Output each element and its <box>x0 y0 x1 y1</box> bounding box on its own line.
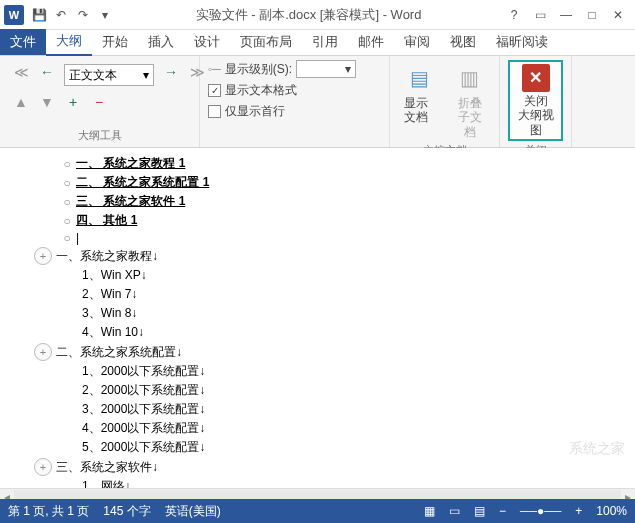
close-icon: ✕ <box>522 64 550 92</box>
demote-icon[interactable]: → <box>162 64 180 86</box>
maximize-icon[interactable]: □ <box>579 4 605 26</box>
body-line[interactable]: 2、Win 7↓ <box>82 286 137 303</box>
dropdown-icon: ▾ <box>345 62 351 76</box>
status-page[interactable]: 第 1 页, 共 1 页 <box>8 503 89 520</box>
toc-entry[interactable]: 三、 系统之家软件 1 <box>76 193 185 210</box>
body-line[interactable]: 4、Win 10↓ <box>82 324 144 341</box>
show-text-formatting-label: 显示文本格式 <box>225 82 297 99</box>
promote-icon[interactable]: ← <box>38 64 56 86</box>
undo-icon[interactable]: ↶ <box>50 4 72 26</box>
bullet-icon: ○ <box>58 214 76 228</box>
tab-insert[interactable]: 插入 <box>138 29 184 55</box>
move-down-icon[interactable]: ▼ <box>38 94 56 110</box>
tab-file[interactable]: 文件 <box>0 29 46 55</box>
close-outline-view-button[interactable]: ✕ 关闭 大纲视图 <box>508 60 563 141</box>
show-first-line-only-label: 仅显示首行 <box>225 103 285 120</box>
qat-customize-icon[interactable]: ▾ <box>94 4 116 26</box>
collapse-icon[interactable]: − <box>90 94 108 110</box>
collapse-subdoc-icon: ▥ <box>454 62 486 94</box>
document-outline-area[interactable]: ○一、 系统之家教程 1 ○二、 系统之家系统配置 1 ○三、 系统之家软件 1… <box>0 148 635 488</box>
toc-entry[interactable]: 二、 系统之家系统配置 1 <box>76 174 209 191</box>
expand-node-icon[interactable]: + <box>34 458 52 476</box>
tab-layout[interactable]: 页面布局 <box>230 29 302 55</box>
tab-home[interactable]: 开始 <box>92 29 138 55</box>
outline-level-value: 正文文本 <box>69 67 117 84</box>
expand-icon[interactable]: + <box>64 94 82 110</box>
show-level-select[interactable]: ▾ <box>296 60 356 78</box>
body-line[interactable]: 2、2000以下系统配置↓ <box>82 382 205 399</box>
ribbon-options-icon[interactable]: ▭ <box>527 4 553 26</box>
heading[interactable]: 一、系统之家教程↓ <box>56 248 158 265</box>
body-line[interactable]: 3、Win 8↓ <box>82 305 137 322</box>
tab-fuxin[interactable]: 福昕阅读 <box>486 29 558 55</box>
dropdown-icon: ▾ <box>143 68 149 82</box>
expand-node-icon[interactable]: + <box>34 247 52 265</box>
bullet-icon: ○ <box>58 157 76 171</box>
bullet-icon: ○ <box>58 176 76 190</box>
show-level-icon: ◦─ <box>208 62 221 76</box>
promote-to-heading1-icon[interactable]: ≪ <box>12 64 30 86</box>
redo-icon[interactable]: ↷ <box>72 4 94 26</box>
view-print-layout-icon[interactable]: ▦ <box>424 504 435 518</box>
show-document-icon: ▤ <box>404 62 436 94</box>
zoom-value[interactable]: 100% <box>596 504 627 518</box>
body-line[interactable]: 5、2000以下系统配置↓ <box>82 439 205 456</box>
group-outline-tools-label: 大纲工具 <box>8 126 191 143</box>
zoom-slider[interactable]: ──●── <box>520 504 561 518</box>
tab-review[interactable]: 审阅 <box>394 29 440 55</box>
show-level-label: 显示级别(S): <box>225 61 292 78</box>
body-line[interactable]: 1、2000以下系统配置↓ <box>82 363 205 380</box>
tab-view[interactable]: 视图 <box>440 29 486 55</box>
bullet-icon: ○ <box>58 231 76 245</box>
body-line[interactable]: 1、Win XP↓ <box>82 267 147 284</box>
toc-entry[interactable]: 四、 其他 1 <box>76 212 137 229</box>
show-text-formatting-checkbox[interactable]: ✓ <box>208 84 221 97</box>
heading[interactable]: 二、系统之家系统配置↓ <box>56 344 182 361</box>
view-web-layout-icon[interactable]: ▤ <box>474 504 485 518</box>
expand-node-icon[interactable]: + <box>34 343 52 361</box>
status-language[interactable]: 英语(美国) <box>165 503 221 520</box>
move-up-icon[interactable]: ▲ <box>12 94 30 110</box>
tab-design[interactable]: 设计 <box>184 29 230 55</box>
tab-references[interactable]: 引用 <box>302 29 348 55</box>
minimize-icon[interactable]: — <box>553 4 579 26</box>
close-window-icon[interactable]: ✕ <box>605 4 631 26</box>
zoom-in-icon[interactable]: + <box>575 504 582 518</box>
body-line[interactable]: 4、2000以下系统配置↓ <box>82 420 205 437</box>
group-outline-tools-label2 <box>208 141 381 143</box>
heading[interactable]: 三、系统之家软件↓ <box>56 459 158 476</box>
cursor-line[interactable]: | <box>76 231 79 245</box>
tab-mailings[interactable]: 邮件 <box>348 29 394 55</box>
bullet-icon: ○ <box>58 195 76 209</box>
tab-outline[interactable]: 大纲 <box>46 28 92 56</box>
word-app-icon: W <box>4 5 24 25</box>
collapse-subdocuments-button[interactable]: ▥ 折叠 子文档 <box>448 60 492 141</box>
show-document-button[interactable]: ▤ 显示文档 <box>398 60 442 127</box>
body-line[interactable]: 1、网络↓ <box>82 478 131 488</box>
status-word-count[interactable]: 145 个字 <box>103 503 150 520</box>
show-first-line-only-checkbox[interactable] <box>208 105 221 118</box>
body-line[interactable]: 3、2000以下系统配置↓ <box>82 401 205 418</box>
toc-entry[interactable]: 一、 系统之家教程 1 <box>76 155 185 172</box>
view-read-mode-icon[interactable]: ▭ <box>449 504 460 518</box>
window-title: 实验文件 - 副本.docx [兼容模式] - Word <box>116 6 501 24</box>
help-icon[interactable]: ? <box>501 4 527 26</box>
save-icon[interactable]: 💾 <box>28 4 50 26</box>
outline-level-select[interactable]: 正文文本 ▾ <box>64 64 154 86</box>
zoom-out-icon[interactable]: − <box>499 504 506 518</box>
